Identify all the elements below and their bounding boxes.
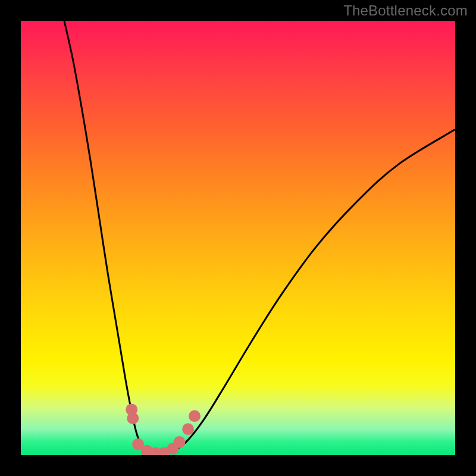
chart-frame: TheBottleneck.com	[0, 0, 476, 476]
plot-area	[21, 21, 455, 455]
data-marker	[127, 412, 139, 424]
curve-right-branch	[160, 130, 455, 456]
watermark-text: TheBottleneck.com	[343, 2, 468, 19]
curve-overlay	[21, 21, 455, 455]
data-marker	[182, 423, 194, 435]
curve-left-branch	[64, 21, 160, 455]
curve-markers	[126, 403, 201, 455]
data-marker	[173, 436, 185, 448]
data-marker	[189, 410, 201, 422]
